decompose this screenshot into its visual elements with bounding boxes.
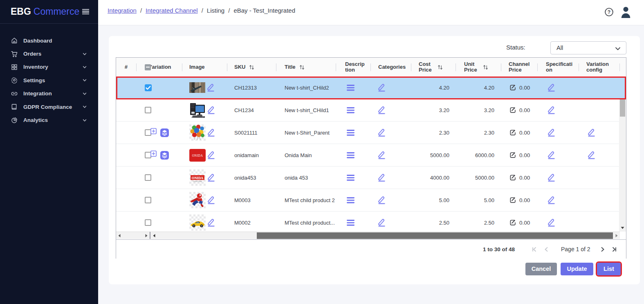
svg-text:ONIDA: ONIDA [192,153,203,157]
svg-text:ONIDA: ONIDA [192,176,204,180]
svg-text:?: ? [608,9,610,15]
svg-text:Owner's Pride: Owner's Pride [193,181,202,182]
